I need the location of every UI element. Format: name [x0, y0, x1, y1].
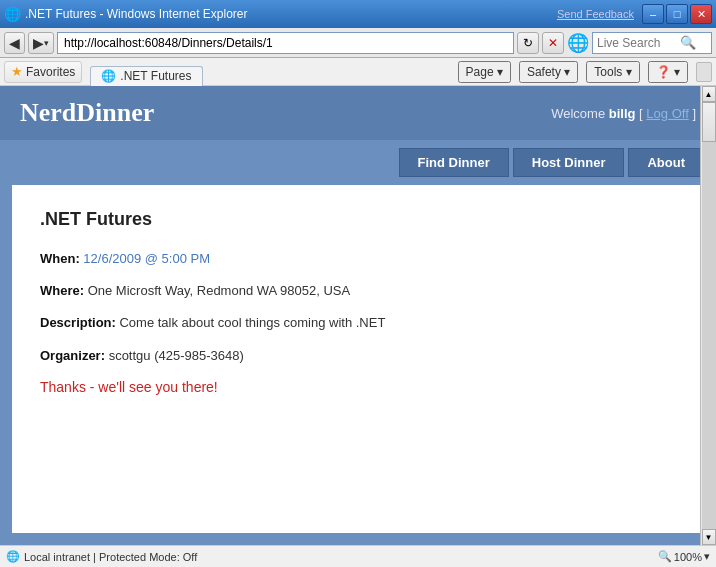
zoom-chevron-icon: ▾ [704, 550, 710, 563]
when-value: 12/6/2009 @ 5:00 PM [83, 251, 210, 266]
logoff-bracket-close: ] [692, 106, 696, 121]
zoom-icon: 🔍 [658, 550, 672, 563]
scroll-up-button[interactable]: ▲ [702, 86, 716, 102]
page-menu-button[interactable]: Page ▾ [458, 61, 511, 83]
where-value: One Microsft Way, Redmond WA 98052, USA [88, 283, 351, 298]
ie-icon: 🌐 [4, 6, 21, 22]
ie-logo-icon: 🌐 [567, 32, 589, 54]
zoom-level: 100% [674, 551, 702, 563]
when-field: When: 12/6/2009 @ 5:00 PM [40, 250, 676, 268]
when-label: When: [40, 251, 80, 266]
thankyou-message: Thanks - we'll see you there! [40, 379, 676, 395]
nd-logo: NerdDinner [20, 98, 154, 128]
favorites-button[interactable]: ★ Favorites [4, 61, 82, 83]
logoff-link[interactable]: Log Off [646, 106, 688, 121]
username: billg [609, 106, 636, 121]
host-dinner-button[interactable]: Host Dinner [513, 148, 625, 177]
scroll-thumb[interactable] [702, 102, 716, 142]
nd-welcome: Welcome billg [ Log Off ] [551, 106, 696, 121]
description-field: Description: Come talk about cool things… [40, 314, 676, 332]
refresh-button[interactable]: ↻ [517, 32, 539, 54]
nd-nav: Find Dinner Host Dinner About [0, 140, 716, 185]
close-button[interactable]: ✕ [690, 4, 712, 24]
welcome-text: Welcome [551, 106, 605, 121]
where-field: Where: One Microsft Way, Redmond WA 9805… [40, 282, 676, 300]
stop-button[interactable]: ✕ [542, 32, 564, 54]
dinner-title: .NET Futures [40, 209, 676, 230]
tab-icon: 🌐 [101, 69, 116, 83]
tab-label: .NET Futures [120, 69, 191, 83]
live-search-box[interactable]: 🔍 [592, 32, 712, 54]
title-bar: 🌐 .NET Futures - Windows Internet Explor… [0, 0, 716, 28]
safety-menu-button[interactable]: Safety ▾ [519, 61, 578, 83]
find-dinner-button[interactable]: Find Dinner [399, 148, 509, 177]
address-bar: ◀ ▶ ▾ ↻ ✕ 🌐 🔍 [0, 28, 716, 58]
favorites-bar: ★ Favorites 🌐 .NET Futures Page ▾ Safety… [0, 58, 716, 86]
about-button[interactable]: About [628, 148, 704, 177]
window-title: .NET Futures - Windows Internet Explorer [25, 7, 557, 21]
star-icon: ★ [11, 64, 23, 79]
maximize-button[interactable]: □ [666, 4, 688, 24]
live-search-input[interactable] [597, 36, 677, 50]
back-button[interactable]: ◀ [4, 32, 25, 54]
toolbar-expand-button[interactable] [696, 62, 712, 82]
zoom-button[interactable]: 🔍 100% ▾ [658, 550, 710, 563]
address-input[interactable] [57, 32, 514, 54]
where-label: Where: [40, 283, 84, 298]
minimize-button[interactable]: – [642, 4, 664, 24]
tools-menu-button[interactable]: Tools ▾ [586, 61, 639, 83]
globe-icon: 🌐 [6, 550, 20, 563]
help-menu-button[interactable]: ❓ ▾ [648, 61, 688, 83]
nd-content: .NET Futures When: 12/6/2009 @ 5:00 PM W… [12, 185, 704, 533]
browser-content: NerdDinner Welcome billg [ Log Off ] Fin… [0, 86, 716, 545]
nerddinner-app: NerdDinner Welcome billg [ Log Off ] Fin… [0, 86, 716, 545]
description-label: Description: [40, 315, 116, 330]
scrollbar[interactable]: ▲ ▼ [700, 86, 716, 545]
send-feedback-link[interactable]: Send Feedback [557, 8, 634, 20]
search-icon: 🔍 [680, 35, 696, 50]
status-bar: 🌐 Local intranet | Protected Mode: Off 🔍… [0, 545, 716, 567]
status-left: 🌐 Local intranet | Protected Mode: Off [6, 550, 650, 563]
favorites-label: Favorites [26, 65, 75, 79]
active-tab[interactable]: 🌐 .NET Futures [90, 66, 202, 86]
organizer-field: Organizer: scottgu (425-985-3648) [40, 347, 676, 365]
zone-info: Local intranet | Protected Mode: Off [24, 551, 197, 563]
organizer-value: scottgu (425-985-3648) [109, 348, 244, 363]
forward-button[interactable]: ▶ ▾ [28, 32, 54, 54]
status-right: 🔍 100% ▾ [658, 550, 710, 563]
nd-header: NerdDinner Welcome billg [ Log Off ] [0, 86, 716, 140]
organizer-label: Organizer: [40, 348, 105, 363]
scroll-down-button[interactable]: ▼ [702, 529, 716, 545]
scroll-track [702, 102, 716, 529]
description-value: Come talk about cool things coming with … [119, 315, 385, 330]
